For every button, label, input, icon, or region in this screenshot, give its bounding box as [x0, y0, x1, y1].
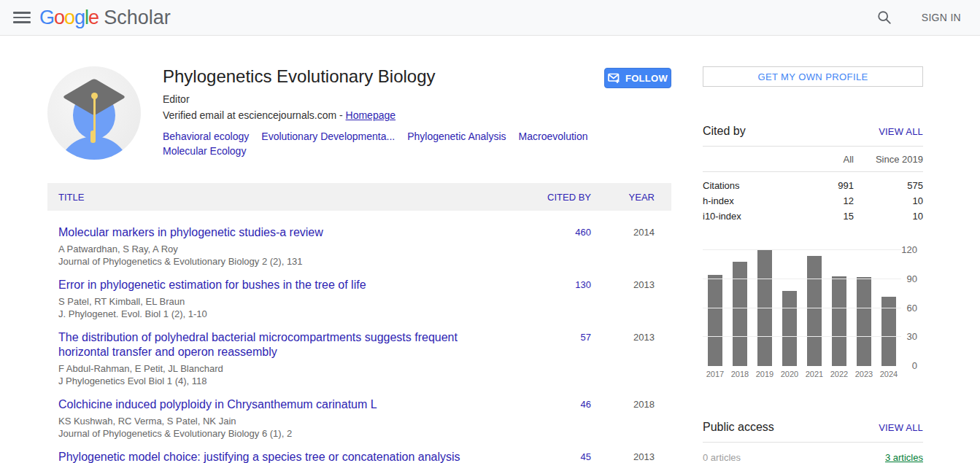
- chart-bar-2021[interactable]: [802, 250, 827, 366]
- cited-by-panel: Cited by VIEW ALL All Since 2019 Citatio…: [703, 125, 923, 378]
- scholar-logo-text: Scholar: [104, 7, 171, 29]
- public-access-panel: Public access VIEW ALL 0 articles 3 arti…: [703, 421, 923, 463]
- articles-table-header: TITLE CITED BY YEAR: [47, 183, 671, 211]
- stats-column-headers: All Since 2019: [703, 147, 923, 171]
- table-row: Molecular markers in phylogenetic studie…: [47, 220, 671, 273]
- tassel-button: [91, 93, 98, 99]
- article-title-link[interactable]: The distribution of polyhedral bacterial…: [58, 331, 458, 358]
- chart-bar-2019[interactable]: [752, 250, 777, 366]
- article-year: 2014: [591, 225, 671, 268]
- interest-link-molecular-ecology[interactable]: Molecular Ecology: [163, 145, 246, 157]
- chart-x-axis-labels: 20172018201920202021202220232024: [703, 370, 901, 378]
- chart-bar-2020[interactable]: [777, 250, 802, 366]
- gridline: [703, 279, 901, 279]
- chart-y-tick-label: 60: [907, 303, 917, 314]
- sort-by-cited-header[interactable]: CITED BY: [525, 192, 591, 203]
- article-authors: F Abdul-Rahman, E Petit, JL Blanchard: [58, 362, 503, 375]
- chart-bar-2022[interactable]: [827, 250, 852, 366]
- article-year: 2013: [591, 330, 671, 387]
- article-year: 2018: [591, 397, 671, 440]
- article-title-link[interactable]: Colchicine induced polyploidy in Chrysan…: [58, 398, 377, 411]
- chart-y-tick-label: 0: [912, 360, 917, 371]
- chart-year-label: 2020: [777, 370, 802, 378]
- chart-bar-2024[interactable]: [876, 250, 901, 366]
- chart-y-axis-labels: 0306090120: [901, 250, 923, 378]
- chart-year-label: 2017: [703, 370, 728, 378]
- homepage-link[interactable]: Homepage: [346, 109, 396, 121]
- interest-tags: Behavioral ecology Evolutionary Developm…: [163, 131, 604, 157]
- article-year: 2013: [591, 450, 671, 463]
- sort-by-title-header[interactable]: TITLE: [47, 192, 525, 203]
- gridline: [703, 249, 901, 250]
- stats-row-h-index: h-index 12 10: [703, 193, 923, 209]
- public-access-title: Public access: [703, 421, 774, 434]
- citations-chart-plot: 20172018201920202021202220232024: [703, 250, 901, 378]
- chart-bar-2023[interactable]: [852, 250, 876, 366]
- top-bar: Google Scholar SIGN IN: [0, 0, 980, 36]
- col-header-since: Since 2019: [854, 154, 923, 165]
- gridline: [703, 336, 901, 337]
- citations-per-year-chart: 20172018201920202021202220232024 0306090…: [703, 250, 923, 378]
- article-title-link[interactable]: Molecular markers in phylogenetic studie…: [58, 226, 323, 238]
- cited-by-count-link[interactable]: 46: [581, 399, 591, 410]
- article-title-link[interactable]: Phylogenetic model choice: justifying a …: [58, 451, 460, 463]
- chart-bar-2017[interactable]: [703, 250, 728, 366]
- interest-link-phylogenetic-analysis[interactable]: Phylogenetic Analysis: [407, 131, 506, 142]
- cited-by-count-link[interactable]: 130: [575, 279, 591, 290]
- public-access-unavailable-count: 0 articles: [703, 452, 741, 463]
- articles-list: Molecular markers in phylogenetic studie…: [47, 211, 671, 463]
- article-year: 2013: [591, 278, 671, 320]
- stats-row-citations: Citations 991 575: [703, 178, 923, 193]
- stats-row-i10-index: i10-index 15 10: [703, 209, 923, 224]
- follow-button[interactable]: FOLLOW: [604, 68, 671, 88]
- verified-email-text: Verified email at esciencejournals.com -…: [163, 109, 604, 121]
- tassel-line: [93, 97, 96, 135]
- profile-role: Editor: [163, 93, 604, 105]
- profile-header: Phylogenetics Evolutionary Biology Edito…: [47, 66, 671, 160]
- interest-link-macroevolution[interactable]: Macroevolution: [519, 131, 588, 142]
- cited-by-title: Cited by: [703, 125, 746, 138]
- table-row: Error in phylogenetic estimation for bus…: [47, 273, 671, 325]
- chart-year-label: 2021: [802, 370, 827, 378]
- sort-by-year-header[interactable]: YEAR: [591, 192, 671, 203]
- interest-link-evolutionary-developmental[interactable]: Evolutionary Developmenta...: [261, 131, 395, 142]
- chart-year-label: 2023: [852, 370, 876, 378]
- chart-year-label: 2022: [827, 370, 852, 378]
- avatar[interactable]: [47, 66, 141, 160]
- cited-by-count-link[interactable]: 460: [575, 227, 591, 238]
- article-venue: J. Phylogenet. Evol. Biol 1 (2), 1-10: [58, 308, 503, 320]
- gridline: [703, 308, 901, 308]
- article-authors: A Patwardhan, S Ray, A Roy: [58, 243, 503, 255]
- cited-by-count-link[interactable]: 45: [581, 451, 591, 462]
- public-access-view-all-link[interactable]: VIEW ALL: [879, 422, 923, 433]
- article-authors: S Patel, RT Kimball, EL Braun: [58, 295, 503, 308]
- get-my-own-profile-button[interactable]: GET MY OWN PROFILE: [703, 66, 923, 87]
- chart-y-tick-label: 120: [901, 244, 917, 255]
- public-access-available-count-link[interactable]: 3 articles: [885, 452, 923, 463]
- cited-by-count-link[interactable]: 57: [581, 332, 591, 343]
- sign-in-button[interactable]: SIGN IN: [922, 12, 961, 23]
- article-authors: KS Kushwah, RC Verma, S Patel, NK Jain: [58, 415, 503, 427]
- article-venue: J Phylogenetics Evol Biol 1 (4), 118: [58, 375, 503, 387]
- article-venue: Journal of Phylogenetics & Evolutionary …: [58, 427, 503, 440]
- divider: [703, 442, 923, 443]
- article-title-link[interactable]: Error in phylogenetic estimation for bus…: [58, 279, 366, 291]
- chart-year-label: 2019: [752, 370, 777, 378]
- table-row: Phylogenetic model choice: justifying a …: [47, 445, 671, 463]
- interest-link-behavioral-ecology[interactable]: Behavioral ecology: [163, 131, 249, 142]
- chart-bar-2018[interactable]: [728, 250, 752, 366]
- chart-y-tick-label: 30: [907, 331, 917, 342]
- chart-year-label: 2024: [876, 370, 901, 378]
- google-logo-text: Google: [39, 7, 99, 29]
- table-row: The distribution of polyhedral bacterial…: [47, 325, 671, 392]
- google-scholar-logo[interactable]: Google Scholar: [39, 7, 171, 29]
- article-venue: Journal of Phylogenetics & Evolutionary …: [58, 255, 503, 268]
- page-title: Phylogenetics Evolutionary Biology: [163, 66, 604, 87]
- chart-y-tick-label: 90: [907, 273, 917, 284]
- table-row: Colchicine induced polyploidy in Chrysan…: [47, 392, 671, 445]
- cited-by-view-all-link[interactable]: VIEW ALL: [879, 126, 923, 137]
- tassel-knob: [90, 131, 96, 143]
- chart-year-label: 2018: [728, 370, 752, 378]
- search-icon[interactable]: [876, 9, 892, 26]
- hamburger-menu-icon[interactable]: [7, 3, 36, 32]
